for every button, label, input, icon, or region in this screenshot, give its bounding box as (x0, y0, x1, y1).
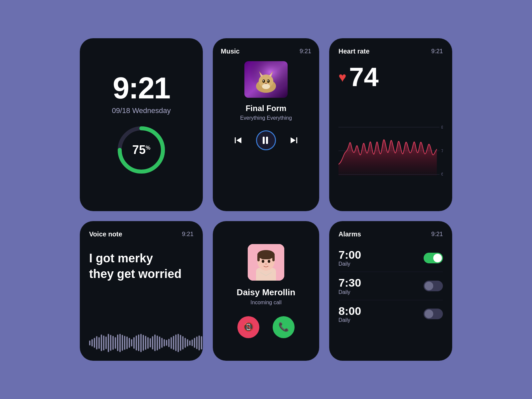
progress-ring: 75% (115, 123, 168, 177)
alarms-card: Alarms 9:21 7:00 Daily 7:30 Daily 8:00 (329, 221, 452, 361)
svg-rect-30 (257, 255, 260, 261)
svg-point-33 (268, 260, 270, 263)
alarm-repeat-3: Daily (338, 317, 361, 323)
wave-bar (166, 340, 167, 346)
music-header: Music 9:21 (221, 48, 311, 55)
svg-point-34 (265, 263, 267, 265)
next-button[interactable] (289, 136, 299, 145)
wave-bar (117, 334, 118, 351)
hr-chart: 80 70 60 (338, 97, 443, 204)
wave-bar (196, 336, 198, 349)
alarm-toggle-2[interactable] (424, 281, 443, 291)
svg-text:80: 80 (441, 125, 443, 130)
wave-bar (138, 334, 139, 351)
svg-point-29 (257, 250, 275, 259)
alarm-item-3: 8:00 Daily (338, 300, 443, 328)
wave-bar (133, 337, 135, 349)
svg-rect-31 (272, 255, 275, 261)
song-title: Final Form (246, 104, 287, 113)
heartrate-header: Heart rate 9:21 (338, 48, 443, 55)
wave-bar (161, 338, 163, 348)
wave-bar (124, 336, 125, 350)
wave-bar (98, 337, 100, 349)
clock-card: 9:21 09/18 Wednesday 75% (80, 38, 203, 211)
wave-bar (152, 336, 153, 349)
alarms-header: Alarms 9:21 (338, 230, 443, 238)
music-time: 9:21 (300, 48, 311, 55)
voicenote-card: Voice note 9:21 I got merky they get wor… (80, 221, 203, 361)
wave-bar (89, 340, 90, 345)
alarm-repeat-2: Daily (338, 289, 361, 295)
alarms-title: Alarms (338, 230, 361, 238)
svg-rect-16 (235, 137, 236, 143)
wave-bar (140, 334, 142, 352)
call-buttons: 📵 📞 (237, 316, 295, 338)
alarm-info-2: 7:30 Daily (338, 277, 361, 295)
wave-bar (178, 334, 179, 352)
voicenote-title: Voice note (89, 230, 122, 238)
svg-text:60: 60 (441, 172, 443, 177)
alarms-time: 9:21 (431, 231, 443, 238)
clock-time: 9:21 (113, 73, 170, 103)
wave-bar (136, 335, 137, 350)
toggle-knob-2 (425, 282, 433, 290)
decline-phone-icon: 📵 (243, 322, 254, 332)
alarm-toggle-1[interactable] (424, 253, 443, 263)
prev-button[interactable] (233, 136, 243, 145)
alarm-info-3: 8:00 Daily (338, 305, 361, 323)
wave-bar (129, 338, 130, 348)
decline-button[interactable]: 📵 (237, 316, 259, 338)
wave-bar (168, 339, 170, 347)
hr-value-row: ♥ 74 (338, 64, 443, 90)
wave-bar (171, 337, 172, 349)
voicenote-header: Voice note 9:21 (89, 230, 194, 238)
song-artist: Everything Everything (240, 115, 292, 121)
wave-bar (91, 339, 93, 346)
wave-bar (115, 337, 116, 349)
alarm-repeat-1: Daily (338, 261, 361, 267)
svg-marker-19 (291, 137, 296, 143)
wave-bar (180, 335, 181, 351)
wave-bar (145, 336, 146, 350)
wave-bar (126, 336, 128, 349)
heartrate-card: Heart rate 9:21 ♥ 74 (329, 38, 452, 211)
wave-bar (112, 336, 114, 350)
alarm-info-1: 7:00 Daily (338, 249, 361, 267)
wave-bar (187, 339, 188, 346)
heart-icon: ♥ (338, 70, 346, 84)
wave-bar (150, 338, 151, 347)
alarm-toggle-3[interactable] (424, 309, 443, 319)
clock-date: 09/18 Wednesday (112, 106, 171, 115)
svg-point-15 (262, 84, 270, 89)
caller-name: Daisy Merollin (237, 287, 295, 298)
svg-text:70: 70 (441, 149, 443, 153)
wave-bar (143, 335, 144, 351)
waveform (89, 333, 194, 353)
voicenote-text: I got merky they get worried (89, 251, 194, 282)
wave-bar (173, 336, 174, 350)
wave-bar (119, 334, 121, 352)
wave-bar (201, 336, 202, 349)
caller-avatar (248, 244, 284, 281)
wave-bar (110, 335, 111, 351)
pause-icon (263, 137, 269, 144)
alarm-item-2: 7:30 Daily (338, 272, 443, 300)
play-pause-button[interactable] (256, 130, 276, 150)
accept-button[interactable]: 📞 (273, 316, 295, 338)
accept-phone-icon: 📞 (278, 322, 289, 332)
wave-bar (194, 338, 195, 348)
wave-bar (192, 339, 193, 346)
music-controls (233, 130, 299, 150)
music-title: Music (221, 48, 240, 55)
svg-point-12 (263, 80, 264, 81)
wave-bar (122, 335, 123, 351)
progress-value: 75% (132, 143, 150, 157)
voicenote-time: 9:21 (182, 231, 194, 238)
alarm-time-1: 7:00 (338, 249, 361, 261)
toggle-knob-1 (433, 254, 442, 262)
caller-avatar-inner (248, 244, 284, 281)
wave-bar (101, 334, 102, 351)
wave-bar (147, 337, 149, 349)
caller-status: Incoming call (250, 300, 281, 306)
svg-marker-17 (236, 137, 241, 143)
